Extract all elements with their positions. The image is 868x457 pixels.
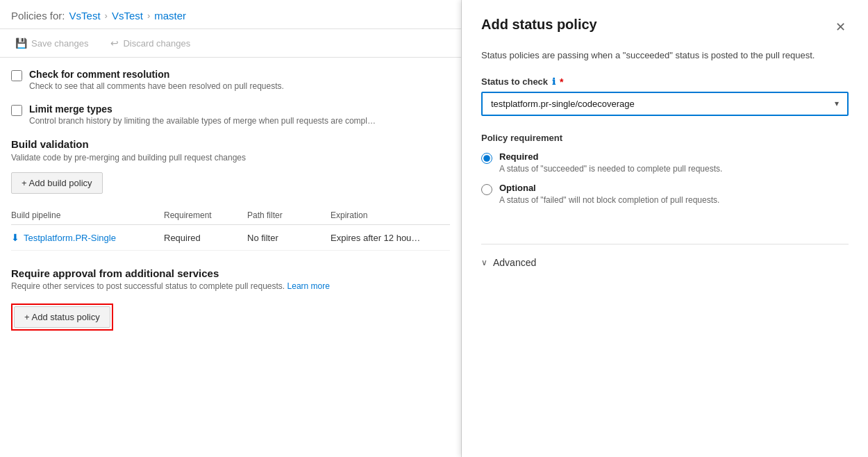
path-filter-cell: No filter xyxy=(247,233,331,243)
limit-merge-policy: Limit merge types Control branch history… xyxy=(11,103,450,126)
toolbar: 💾 Save changes ↩ Discard changes xyxy=(0,29,461,58)
comment-resolution-policy: Check for comment resolution Check to se… xyxy=(11,69,450,91)
build-validation-desc: Validate code by pre-merging and buildin… xyxy=(11,153,450,163)
optional-option-desc: A status of "failed" will not block comp… xyxy=(499,194,719,206)
optional-option-title: Optional xyxy=(499,183,719,193)
breadcrumb-branch[interactable]: master xyxy=(154,10,186,22)
divider xyxy=(481,244,849,244)
pipeline-name-label: Testplatform.PR-Single xyxy=(24,233,116,243)
require-approval-title: Require approval from additional service… xyxy=(11,267,450,279)
close-drawer-button[interactable]: ✕ xyxy=(833,17,849,38)
breadcrumb: Policies for: VsTest › VsTest › master xyxy=(0,0,461,29)
content-area: Check for comment resolution Check to se… xyxy=(0,58,461,457)
optional-option: Optional A status of "failed" will not b… xyxy=(481,183,849,206)
status-to-check-dropdown[interactable]: testplatform.pr-single/codecoverage ▾ xyxy=(481,92,849,116)
breadcrumb-label: Policies for: xyxy=(11,10,65,22)
breadcrumb-sep1: › xyxy=(105,10,108,21)
comment-resolution-desc: Check to see that all comments have been… xyxy=(29,81,284,91)
add-build-label: + Add build policy xyxy=(22,178,92,188)
required-option-desc: A status of "succeeded" is needed to com… xyxy=(499,163,722,175)
chevron-down-icon: ▾ xyxy=(835,99,839,108)
required-star: * xyxy=(560,76,563,88)
drawer-header: Add status policy ✕ xyxy=(481,17,849,38)
save-icon: 💾 xyxy=(15,38,27,49)
breadcrumb-repo[interactable]: VsTest xyxy=(112,10,143,22)
discard-label: Discard changes xyxy=(123,38,190,49)
advanced-label: Advanced xyxy=(493,257,536,268)
add-status-label: + Add status policy xyxy=(24,312,100,322)
chevron-right-icon: ∨ xyxy=(481,258,487,267)
limit-merge-desc: Control branch history by limiting the a… xyxy=(29,116,376,126)
required-radio[interactable] xyxy=(481,153,492,164)
col-requirement: Requirement xyxy=(164,210,247,220)
breadcrumb-org[interactable]: VsTest xyxy=(69,10,101,22)
status-to-check-label: Status to check ℹ * xyxy=(481,76,849,88)
breadcrumb-sep2: › xyxy=(147,10,150,21)
build-pipeline-table: Build pipeline Requirement Path filter E… xyxy=(11,206,450,251)
drawer-title: Add status policy xyxy=(481,17,597,33)
required-option: Required A status of "succeeded" is need… xyxy=(481,151,849,175)
expiration-cell: Expires after 12 hou… xyxy=(331,233,456,243)
require-approval-desc: Require other services to post successfu… xyxy=(11,281,450,291)
col-expiration: Expiration xyxy=(331,210,456,220)
add-status-button-wrapper: + Add status policy xyxy=(11,304,113,331)
col-pipeline: Build pipeline xyxy=(11,210,164,220)
save-label: Save changes xyxy=(31,38,88,49)
build-validation-title: Build validation xyxy=(11,138,450,150)
limit-merge-checkbox[interactable] xyxy=(11,105,22,116)
col-path-filter: Path filter xyxy=(247,210,331,220)
build-validation-section: Build validation Validate code by pre-me… xyxy=(11,138,450,251)
policy-requirement-title: Policy requirement xyxy=(481,133,849,143)
discard-icon: ↩ xyxy=(110,38,119,49)
advanced-section[interactable]: ∨ Advanced xyxy=(481,257,849,268)
left-panel: Policies for: VsTest › VsTest › master 💾… xyxy=(0,0,462,457)
requirement-cell: Required xyxy=(164,233,247,243)
comment-resolution-checkbox[interactable] xyxy=(11,70,22,81)
save-changes-button[interactable]: 💾 Save changes xyxy=(11,35,92,51)
pipeline-icon: ⬇ xyxy=(11,232,19,243)
discard-changes-button[interactable]: ↩ Discard changes xyxy=(106,35,194,51)
table-row: ⬇ Testplatform.PR-Single Required No fil… xyxy=(11,225,450,251)
learn-more-link[interactable]: Learn more xyxy=(287,281,330,291)
add-status-policy-button[interactable]: + Add status policy xyxy=(14,306,110,328)
add-status-policy-drawer: Add status policy ✕ Status policies are … xyxy=(462,0,868,457)
optional-radio[interactable] xyxy=(481,184,492,195)
drawer-description: Status policies are passing when a "succ… xyxy=(481,49,849,63)
status-to-check-value: testplatform.pr-single/codecoverage xyxy=(491,99,635,109)
add-build-policy-button[interactable]: + Add build policy xyxy=(11,172,103,194)
pipeline-name-cell[interactable]: ⬇ Testplatform.PR-Single xyxy=(11,232,164,243)
comment-resolution-title: Check for comment resolution xyxy=(29,69,284,80)
require-approval-section: Require approval from additional service… xyxy=(11,267,450,331)
table-header: Build pipeline Requirement Path filter E… xyxy=(11,206,450,225)
info-icon[interactable]: ℹ xyxy=(552,76,556,87)
policy-requirement-section: Policy requirement Required A status of … xyxy=(481,133,849,215)
limit-merge-title: Limit merge types xyxy=(29,103,376,115)
required-option-title: Required xyxy=(499,151,722,162)
